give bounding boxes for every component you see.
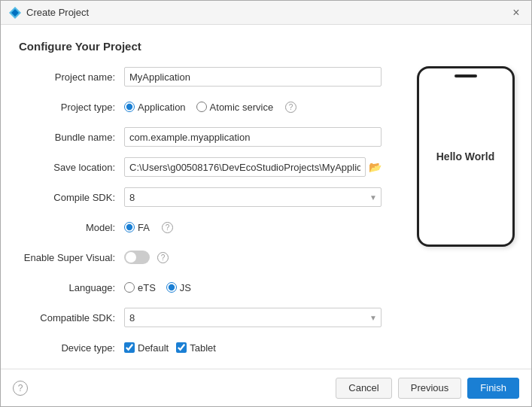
compatible-sdk-select[interactable]: 8 9 10 11 (124, 308, 382, 327)
footer-right: Cancel Previous Finish (336, 378, 519, 399)
super-visual-row: Enable Super Visual: ? (19, 247, 382, 268)
phone-preview: Hello World (417, 66, 515, 247)
super-visual-help-icon[interactable]: ? (157, 252, 169, 263)
model-row: Model: FA ? (19, 217, 382, 238)
radio-js[interactable]: JS (166, 282, 191, 293)
dialog-title: Create Project (26, 7, 89, 18)
compatible-sdk-label: Compatible SDK: (19, 312, 124, 323)
project-type-control: Application Atomic service ? (124, 102, 382, 113)
radio-ets[interactable]: eTS (124, 282, 156, 293)
dialog-content: Configure Your Project Project name: Pro… (1, 25, 531, 369)
radio-fa-input[interactable] (124, 222, 135, 232)
radio-fa-label: FA (138, 222, 150, 233)
language-control: eTS JS (124, 282, 382, 293)
project-name-control (124, 67, 382, 87)
folder-icon[interactable]: 📂 (369, 161, 382, 173)
bundle-name-input[interactable] (124, 127, 382, 147)
app-logo-icon (8, 6, 22, 20)
device-type-label: Device type: (19, 342, 124, 354)
previous-button[interactable]: Previous (398, 378, 462, 399)
project-type-row: Project type: Application Atomic service… (19, 96, 382, 117)
checkbox-default[interactable]: Default (124, 342, 169, 354)
radio-application[interactable]: Application (124, 102, 186, 113)
compile-sdk-control: 8 9 10 11 ▼ (124, 187, 382, 207)
bundle-name-label: Bundle name: (19, 132, 124, 143)
save-location-row: Save location: 📂 (19, 156, 382, 178)
super-visual-toggle[interactable] (124, 251, 150, 264)
title-bar: Create Project × (1, 1, 531, 25)
project-name-input[interactable] (124, 67, 382, 87)
footer-help-icon[interactable]: ? (13, 381, 28, 396)
project-name-label: Project name: (19, 71, 124, 83)
project-type-help-icon[interactable]: ? (285, 102, 296, 113)
model-help-icon[interactable]: ? (162, 222, 173, 233)
radio-ets-input[interactable] (124, 282, 135, 293)
dialog-footer: ? Cancel Previous Finish (1, 369, 531, 406)
compile-sdk-select-wrapper: 8 9 10 11 ▼ (124, 187, 382, 207)
bundle-name-control (124, 127, 382, 147)
checkbox-tablet-label: Tablet (190, 342, 216, 354)
device-type-row: Device type: Default Tablet (19, 337, 382, 358)
finish-button[interactable]: Finish (467, 378, 519, 399)
model-label: Model: (19, 222, 124, 233)
save-location-input[interactable] (124, 157, 366, 177)
model-control: FA ? (124, 222, 382, 233)
super-visual-label: Enable Super Visual: (19, 252, 124, 263)
compile-sdk-label: Compile SDK: (19, 192, 124, 203)
device-type-control: Default Tablet (124, 342, 382, 354)
language-label: Language: (19, 282, 124, 293)
section-title: Configure Your Project (19, 40, 382, 53)
checkbox-default-input[interactable] (124, 342, 135, 353)
compatible-sdk-control: 8 9 10 11 ▼ (124, 308, 382, 327)
language-row: Language: eTS JS (19, 277, 382, 298)
checkbox-tablet[interactable]: Tablet (176, 342, 216, 354)
radio-atomic-input[interactable] (196, 102, 207, 112)
hello-world-text: Hello World (436, 150, 495, 162)
create-project-dialog: Create Project × Configure Your Project … (0, 0, 532, 407)
radio-js-input[interactable] (166, 282, 177, 293)
close-button[interactable]: × (509, 5, 524, 20)
radio-application-label: Application (138, 102, 186, 113)
compile-sdk-select[interactable]: 8 9 10 11 (124, 187, 382, 207)
project-type-label: Project type: (19, 102, 124, 113)
compatible-sdk-select-wrapper: 8 9 10 11 ▼ (124, 308, 382, 327)
radio-fa[interactable]: FA (124, 222, 150, 233)
project-name-row: Project name: (19, 66, 382, 87)
footer-left: ? (13, 381, 28, 396)
radio-js-label: JS (180, 282, 191, 293)
compile-sdk-row: Compile SDK: 8 9 10 11 ▼ (19, 187, 382, 208)
title-bar-left: Create Project (8, 6, 89, 20)
save-location-label: Save location: (19, 162, 124, 173)
cancel-button[interactable]: Cancel (336, 378, 391, 399)
preview-section: Hello World (400, 25, 531, 369)
radio-atomic[interactable]: Atomic service (196, 102, 274, 113)
form-section: Configure Your Project Project name: Pro… (1, 25, 400, 369)
compatible-sdk-row: Compatible SDK: 8 9 10 11 ▼ (19, 307, 382, 328)
radio-atomic-label: Atomic service (210, 102, 274, 113)
radio-ets-label: eTS (138, 282, 156, 293)
save-location-control: 📂 (124, 157, 382, 177)
bundle-name-row: Bundle name: (19, 126, 382, 147)
checkbox-tablet-input[interactable] (176, 342, 187, 353)
radio-application-input[interactable] (124, 102, 135, 112)
checkbox-default-label: Default (138, 342, 169, 354)
super-visual-control: ? (124, 251, 382, 264)
